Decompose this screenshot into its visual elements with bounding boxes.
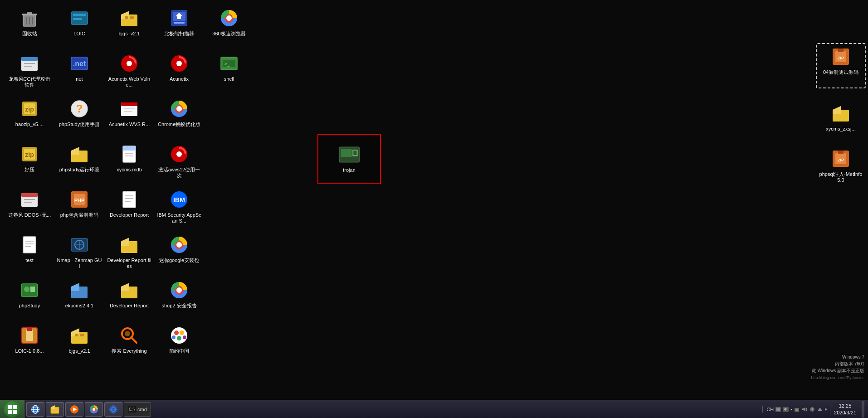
icon-label: xycms.mdb <box>117 167 142 173</box>
icon-jianyue-china[interactable]: 简约中国 <box>154 322 204 367</box>
developer-report-3-icon <box>118 189 140 210</box>
svg-text:中: 中 <box>784 408 788 412</box>
svg-rect-33 <box>73 18 82 20</box>
clock-area[interactable]: 12:25 2020/3/21 <box>830 403 860 416</box>
nmap-zenmap-icon <box>68 234 90 256</box>
icon-label: phpsql注入-MetInfo5.0 <box>818 171 863 183</box>
taskbar-explorer[interactable] <box>46 402 64 417</box>
icon-phpsql-injection[interactable]: ZIP phpsql注入-MetInfo5.0 <box>816 145 866 190</box>
icon-developer-report-files[interactable]: Developer Report.files <box>104 231 154 277</box>
developer-report-icon <box>118 279 140 301</box>
icon-phpstudy-manual[interactable]: ? phpStudy使用手册 <box>54 95 104 141</box>
icon-haozip[interactable]: zip haozip_v5.... <box>5 95 54 141</box>
icon-shop2-report[interactable]: shop2 安全报告 <box>154 277 204 322</box>
taskbar-media[interactable] <box>65 402 83 417</box>
icon-phpstudy-env[interactable]: phpstudy运行环境 <box>54 141 104 186</box>
icon-search-everything[interactable]: 搜索 Everything <box>104 322 154 367</box>
icon-label: haozip_v5.... <box>15 122 44 127</box>
icon-awvs12-activate[interactable]: 激活awvs12使用一次 <box>154 141 204 186</box>
longjuanfeng-cc-icon <box>19 53 40 74</box>
icon-acunetix-web[interactable]: Acunetix Web Vulne... <box>104 50 154 95</box>
icon-longjuanfeng-ddos[interactable]: 龙卷风 DDOS+无... <box>5 186 54 231</box>
svg-text:zip: zip <box>25 151 34 158</box>
icon-vuln-source[interactable]: ZIP 04漏洞测试源码 <box>816 43 866 88</box>
icon-net[interactable]: .net net <box>54 50 104 95</box>
icon-developer-report[interactable]: Developer Report <box>104 277 154 322</box>
taskbar-ie[interactable] <box>26 402 44 417</box>
taskbar-cmd[interactable]: C:\ cmd <box>124 402 151 417</box>
icon-browser-360[interactable]: 360极速浏览器 <box>204 5 254 50</box>
icon-php-vuln[interactable]: PHP php包含漏洞源码 <box>54 186 104 231</box>
svg-text:>_: >_ <box>224 61 230 67</box>
icon-label: shell <box>224 76 234 82</box>
icon-recycle-bin[interactable]: 固收站 <box>5 5 54 50</box>
svg-marker-40 <box>71 147 79 151</box>
start-button[interactable] <box>0 400 24 418</box>
icon-developer-report-3[interactable]: Developer Report <box>104 186 154 231</box>
icon-nmap-zenmap[interactable]: Nmap - Zenmap GUI <box>54 231 104 277</box>
svg-line-83 <box>131 337 137 343</box>
icon-phpstudy-main[interactable]: phpStudy <box>5 277 54 322</box>
windows-version: Windows 7 <box>811 354 864 360</box>
icon-beiji-scanner[interactable]: 北极熊扫描器 <box>154 5 204 50</box>
phpstudy-manual-icon: ? <box>68 98 90 120</box>
trojan-icon-container[interactable]: trojan <box>317 134 381 184</box>
svg-marker-77 <box>121 238 129 241</box>
svg-point-91 <box>176 106 182 112</box>
svg-text:C:\: C:\ <box>129 408 136 412</box>
far-right-top-icon[interactable]: ZIP 04漏洞测试源码 <box>816 43 866 88</box>
icon-label: Chrome蚂蚁优化版 <box>158 122 200 127</box>
recycle-bin-icon <box>19 7 40 29</box>
show-desktop-button[interactable] <box>862 401 864 418</box>
icon-label: php包含漏洞源码 <box>60 212 98 218</box>
haozip-icon: zip <box>19 98 40 120</box>
icon-label: Developer Report <box>110 212 149 218</box>
icon-label: ekucms2.4.1 <box>65 303 93 309</box>
icon-label: 固收站 <box>22 31 37 37</box>
taskbar-network[interactable] <box>104 402 122 417</box>
icon-phpsql-container[interactable]: ZIP phpsql注入-MetInfo5.0 <box>816 145 866 190</box>
svg-rect-157 <box>795 409 798 411</box>
icon-xycms-mdb[interactable]: xycms.mdb <box>104 141 154 186</box>
phpstudy-env-icon <box>68 143 90 165</box>
icon-chrome-ant[interactable]: Chrome蚂蚁优化版 <box>154 95 204 141</box>
icon-label: Acunetix Web Vulne... <box>107 76 152 88</box>
svg-marker-158 <box>802 407 805 412</box>
icon-haozip2[interactable]: zip 好压 <box>5 141 54 186</box>
icon-acunetix[interactable]: Acunetix <box>154 50 204 95</box>
svg-rect-153 <box>776 408 780 411</box>
phpsql-injection-icon: ZIP <box>830 148 852 170</box>
icon-xycms-zxsj-container[interactable]: xycms_zxsj... <box>816 100 866 145</box>
icon-bjgs-v21-2[interactable]: bjgs_v2.1 <box>54 322 104 367</box>
icon-longjuanfeng-cc[interactable]: 龙卷风CC代理攻击软件 <box>5 50 54 95</box>
bjgs-v21-2-icon <box>68 325 90 346</box>
icon-loic[interactable]: LOIC <box>54 5 104 50</box>
windows-notice: Windows 7 内部版本 7601 此 Windows 副本不是正版 htt… <box>811 354 864 381</box>
icon-loic-108[interactable]: LOIC-1.0.8... <box>5 322 54 367</box>
chrome-ant-icon <box>168 98 190 120</box>
svg-rect-64 <box>121 102 137 106</box>
svg-point-62 <box>127 61 132 66</box>
svg-marker-162 <box>825 408 828 411</box>
ekucms-icon <box>68 279 90 301</box>
svg-point-106 <box>172 335 176 339</box>
taskbar-chrome[interactable] <box>85 402 103 417</box>
tray-icon-2: 中 <box>783 406 789 413</box>
icon-label: test <box>25 258 34 263</box>
svg-rect-86 <box>174 22 185 24</box>
acunetix-icon <box>168 53 190 74</box>
icon-ibm-appscan[interactable]: IBM IBM Security AppScan S... <box>154 186 204 231</box>
icon-test[interactable]: test <box>5 231 54 277</box>
bjgs-v21-3-icon <box>118 7 140 29</box>
svg-rect-132 <box>13 410 17 414</box>
icon-label: 北极熊扫描器 <box>164 31 194 37</box>
icon-shell[interactable]: >_ shell <box>204 50 254 95</box>
icon-xycms-zxsj[interactable]: xycms_zxsj... <box>816 100 866 145</box>
svg-rect-2 <box>27 12 32 14</box>
icon-ekucms[interactable]: ekucms2.4.1 <box>54 277 104 322</box>
icon-mini-google[interactable]: 迷你google安装包 <box>154 231 204 277</box>
icon-bjgs-v21-3[interactable]: bjgs_v2.1 <box>104 5 154 50</box>
icon-acunetix-wvs[interactable]: Acunetix WVS R... <box>104 95 154 141</box>
php-vuln-icon: PHP <box>68 189 90 210</box>
svg-marker-80 <box>121 283 129 287</box>
